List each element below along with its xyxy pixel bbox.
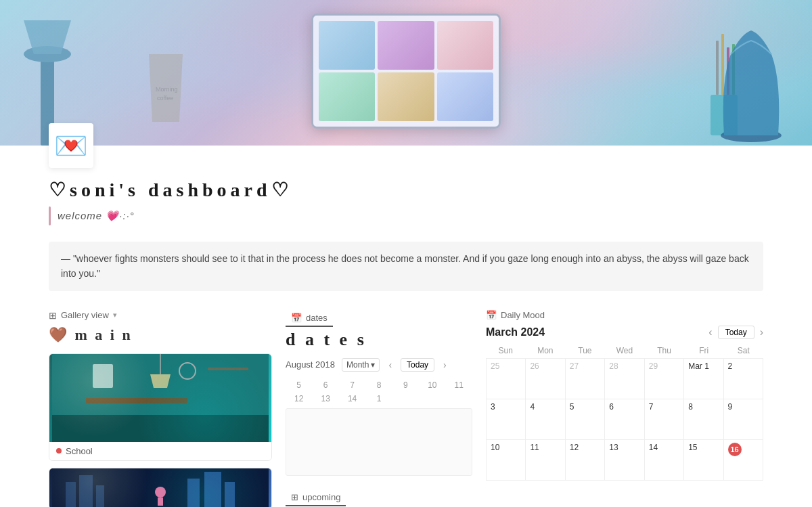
cal-next-arrow[interactable]: › <box>441 359 449 370</box>
mood-calendar-column: 📅 Daily Mood March 2024 ‹ Today › Sun Mo… <box>486 310 763 481</box>
gallery-view-header[interactable]: ⊞ Gallery view ▾ <box>49 310 272 321</box>
mood-header: 📅 Daily Mood <box>486 310 763 320</box>
mood-cell-6[interactable]: 6 <box>605 399 644 440</box>
month-chevron-icon: ▾ <box>371 360 375 370</box>
mood-cell-12[interactable]: 12 <box>566 440 605 481</box>
calendar-nav: August 2018 Month ▾ ‹ Today › <box>286 358 472 372</box>
school-tag-dot <box>56 448 62 454</box>
week-day-6: 6 <box>312 378 338 392</box>
mood-cell-13[interactable]: 13 <box>605 440 644 481</box>
week-day-13: 13 <box>312 392 338 405</box>
mood-cell-2[interactable]: 2 <box>724 359 763 399</box>
dates-section: 📅 dates d a t e s August 2018 Month ▾ ‹ … <box>286 310 472 476</box>
week-day-9: 9 <box>392 378 419 392</box>
gallery-icon: ⊞ <box>49 310 57 321</box>
mood-cell-28[interactable]: 28 <box>605 359 644 399</box>
empty-calendar <box>286 409 472 470</box>
week-day-10: 10 <box>419 378 445 392</box>
mood-date-grid: 25 26 27 28 29 Mar 1 2 3 4 5 6 7 8 9 10 … <box>486 358 763 481</box>
upcoming-tab-icon: ⊞ <box>291 492 298 502</box>
mood-day-fri: Fri <box>684 346 724 355</box>
mood-calendar-header: March 2024 ‹ Today › <box>486 326 763 339</box>
svg-text:Morning: Morning <box>156 86 178 93</box>
week-day-14: 14 <box>339 392 365 405</box>
chevron-down-icon: ▾ <box>113 311 117 319</box>
page-icon: 💌 <box>49 123 93 168</box>
mood-cell-15[interactable]: 15 <box>684 440 723 481</box>
welcome-bar-line <box>49 206 51 225</box>
mood-cell-14[interactable]: 14 <box>645 440 684 481</box>
cal-today-button[interactable]: Today <box>401 358 434 372</box>
cal-prev-arrow[interactable]: ‹ <box>386 359 394 370</box>
mood-cell-26[interactable]: 26 <box>526 359 565 399</box>
main-columns: ⊞ Gallery view ▾ 🤎 m a i n <box>49 310 763 507</box>
mood-cell-29[interactable]: 29 <box>645 359 684 399</box>
mood-cell-5[interactable]: 5 <box>566 399 605 440</box>
school-tag-label: School <box>66 446 93 456</box>
mood-cell-10[interactable]: 10 <box>487 440 526 481</box>
mood-day-wed: Wed <box>605 346 645 355</box>
dates-tab[interactable]: 📅 dates <box>286 310 333 327</box>
gallery-title: 🤎 m a i n <box>49 326 272 344</box>
mood-today-button[interactable]: Today <box>718 326 754 339</box>
gallery-view-label: Gallery view <box>61 310 109 320</box>
gallery-column: ⊞ Gallery view ▾ 🤎 m a i n <box>49 310 272 507</box>
mood-week-header: Sun Mon Tue Wed Thu Fri Sat <box>486 346 763 355</box>
week-days-row: 5 6 7 8 9 10 11 12 13 14 1 <box>286 378 472 405</box>
mood-month-title: March 2024 <box>486 326 545 338</box>
mood-day-mon: Mon <box>526 346 566 355</box>
mood-day-sun: Sun <box>486 346 526 355</box>
month-select[interactable]: Month ▾ <box>342 358 380 372</box>
gallery-card[interactable]: School <box>49 353 272 461</box>
mood-header-label: Daily Mood <box>501 310 545 320</box>
mood-calendar-icon: 📅 <box>486 310 497 320</box>
header-banner: Morning coffee <box>0 0 812 146</box>
page-title: ♡soni's dashboard♡ <box>49 179 763 201</box>
week-day-8: 8 <box>365 378 392 392</box>
mood-nav: ‹ Today › <box>708 326 763 339</box>
mood-day-tue: Tue <box>565 346 605 355</box>
dates-title: d a t e s <box>286 330 472 350</box>
mood-day-thu: Thu <box>644 346 684 355</box>
upcoming-section: ⊞ upcoming ↗ h o m e w o r k <box>286 489 472 507</box>
welcome-bar: welcome 💗·:·° <box>49 206 763 225</box>
welcome-text: welcome 💗·:·° <box>58 210 135 222</box>
quote-text: — "whoever fights monsters should see to… <box>61 253 749 279</box>
week-day-7: 7 <box>339 378 365 392</box>
mood-prev-arrow[interactable]: ‹ <box>708 326 712 338</box>
upcoming-tab[interactable]: ⊞ upcoming <box>286 489 346 506</box>
quote-block: — "whoever fights monsters should see to… <box>49 242 763 291</box>
mood-cell-9[interactable]: 9 <box>724 399 763 440</box>
gallery-card-2[interactable] <box>49 468 272 507</box>
month-select-label: Month <box>346 360 369 370</box>
dates-tab-label: dates <box>306 313 328 323</box>
gallery-card-2-image <box>49 468 271 507</box>
gallery-card-image <box>49 354 271 442</box>
gallery-card-footer: School <box>49 442 271 460</box>
svg-text:coffee: coffee <box>157 95 173 102</box>
mood-cell-11[interactable]: 11 <box>526 440 565 481</box>
upcoming-tab-label: upcoming <box>302 492 340 502</box>
mood-cell-25[interactable]: 25 <box>487 359 526 399</box>
blue-vase <box>710 14 792 142</box>
mood-day-sat: Sat <box>723 346 763 355</box>
date-rows <box>286 408 472 476</box>
mood-cell-8[interactable]: 8 <box>684 399 723 440</box>
mood-cell-7[interactable]: 7 <box>645 399 684 440</box>
week-day-12: 12 <box>286 392 312 405</box>
mood-cell-4[interactable]: 4 <box>526 399 565 440</box>
middle-column: 📅 dates d a t e s August 2018 Month ▾ ‹ … <box>286 310 472 507</box>
mood-cell-mar1[interactable]: Mar 1 <box>684 359 723 399</box>
week-day-11: 11 <box>446 378 472 392</box>
mood-cell-16-today[interactable]: 16 <box>724 440 763 481</box>
mood-next-arrow[interactable]: › <box>760 326 763 338</box>
week-day-5: 5 <box>286 378 312 392</box>
today-badge: 16 <box>728 443 742 456</box>
mood-cell-3[interactable]: 3 <box>487 399 526 440</box>
cal-month-label: August 2018 <box>286 359 335 370</box>
week-day-1: 1 <box>365 392 392 405</box>
dates-tab-icon: 📅 <box>291 313 302 323</box>
monitor-decoration <box>311 14 501 129</box>
cup-decoration: Morning coffee <box>142 54 189 122</box>
mood-cell-27[interactable]: 27 <box>566 359 605 399</box>
